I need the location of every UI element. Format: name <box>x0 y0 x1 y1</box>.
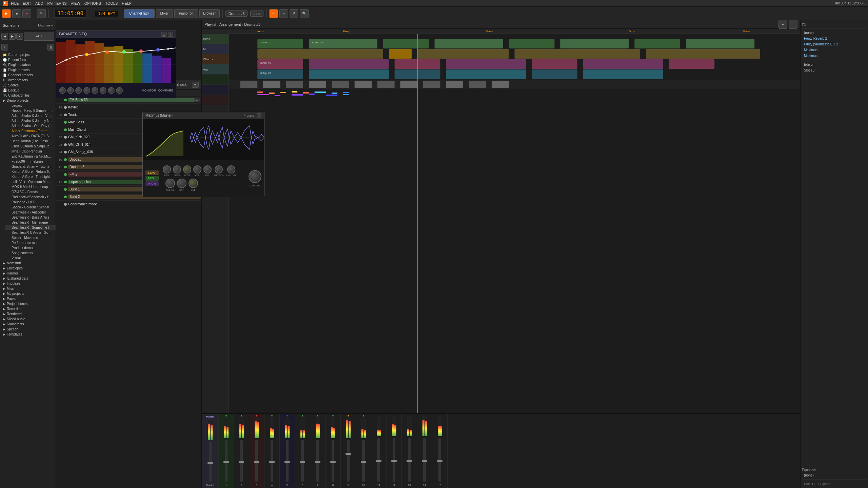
channel-led-14[interactable] <box>64 196 67 198</box>
sidebar-item-seamlessr-1[interactable]: SeamlessR - Anticoder <box>5 210 56 215</box>
maximus-header[interactable]: Maximus (Master) Presets × <box>202 112 264 119</box>
playlist-zoom-in[interactable]: + <box>778 20 787 29</box>
stop-button[interactable]: ■ <box>12 9 21 18</box>
piano-roll-button[interactable]: Piano roll <box>174 9 198 18</box>
channel-led-15[interactable] <box>64 203 67 206</box>
right-fx-slot10[interactable]: Slot 10 <box>802 67 867 73</box>
sidebar-item-demo-projects[interactable]: ▶ Demo projects <box>0 98 56 103</box>
sidebar-item-lollievox[interactable]: LollieVox - Optimum Momentum <box>5 179 56 184</box>
ch2-handle[interactable] <box>239 461 244 463</box>
mode-selector[interactable]: Line <box>250 11 263 17</box>
sidebar-item-mdk[interactable]: MDK ft Mimi Lina - Leap of Faith <box>5 184 56 189</box>
eq-knob-2[interactable] <box>67 87 74 94</box>
right-fx-eq[interactable]: Fruity parametric EQ 2 <box>802 41 867 47</box>
sidebar-item-benn-jordan[interactable]: Benn Jordan (The Flashbulb) - Cassette C… <box>5 139 56 144</box>
ch2-fader[interactable] <box>240 440 243 482</box>
menu-edit[interactable]: EDIT <box>23 1 31 5</box>
sidebar-item-envelopes[interactable]: ▶ Envelopes <box>0 266 56 271</box>
channel-name-performance[interactable]: Performance mode <box>68 202 201 206</box>
sidebar-item-plugin-presets[interactable]: 📋 Plugin presets <box>0 67 56 73</box>
right-fx-reverb[interactable]: Fruity Reverb 2 <box>802 36 867 41</box>
channel-name-fm-bass[interactable]: FM Bass 39 <box>68 98 194 102</box>
channel-led-1[interactable] <box>64 99 67 101</box>
menu-add[interactable]: ADD <box>35 1 43 5</box>
eq-close[interactable]: × <box>168 32 173 37</box>
sidebar-item-fuego[interactable]: Fuego96 - TimeLines <box>5 159 56 164</box>
output-label[interactable]: Output 1 - Output 2 <box>802 481 867 487</box>
sidebar-item-seamlessr-4[interactable]: SeamlessR - Sometime (Instrumental) <box>5 225 56 230</box>
track-label-7[interactable] <box>202 95 229 105</box>
sidebar-item-rendered[interactable]: ▶ Rendered <box>0 311 56 317</box>
eq-plugin-header[interactable]: PARAMETRIC EQ _ × <box>56 31 176 38</box>
channel-led-13[interactable] <box>64 188 67 191</box>
sidebar-item-speak[interactable]: Speak - Move me <box>5 235 56 240</box>
sidebar-item-misc[interactable]: ▶ Misc <box>0 286 56 291</box>
maximus-presets[interactable]: Presets <box>243 114 254 117</box>
channel-led-8[interactable] <box>64 151 67 154</box>
sidebar-item-new-stuff[interactable]: ▶ New stuff <box>0 261 56 266</box>
ch9-handle[interactable] <box>346 453 351 455</box>
menu-view[interactable]: VIEW <box>71 1 80 5</box>
sidebar-item-song-contests[interactable]: Song contests <box>5 250 56 256</box>
record-button[interactable]: ● <box>22 9 31 18</box>
ch12-fader[interactable] <box>393 438 395 482</box>
sidebar-item-current-project[interactable]: 📁 Current project <box>0 52 56 57</box>
sidebar-item-seamlessr-2[interactable]: SeamlessR - Bass Antics <box>5 215 56 220</box>
nav-up[interactable]: ▲ <box>16 33 23 40</box>
channel-led-12[interactable] <box>64 181 67 183</box>
eq-knob-7[interactable] <box>108 87 115 94</box>
ch3-handle[interactable] <box>254 461 259 463</box>
ch1-handle[interactable] <box>223 461 229 463</box>
sidebar-item-sliced-audio[interactable]: ▶ Sliced audio <box>0 317 56 322</box>
ch14-handle[interactable] <box>422 460 427 462</box>
sidebar-item-auraqualic[interactable]: AuraQualic - DATA (FL Studio Remix) <box>5 134 56 139</box>
ch15-fader[interactable] <box>438 438 441 482</box>
ch14-fader[interactable] <box>423 438 426 482</box>
sidebar-item-speech[interactable]: ▶ Speech <box>0 327 56 332</box>
ch8-handle[interactable] <box>330 461 336 463</box>
sidebar-item-gimbal[interactable]: Gimbal & Sinan + Tutorial - RawFl <box>5 164 56 169</box>
sidebar-item-adam-szabo-2[interactable]: Adam Szabo & Johnny Norberg - I Wanna Be <box>5 118 56 123</box>
channel-led-7[interactable] <box>64 143 67 146</box>
ch4-fader[interactable] <box>271 440 273 482</box>
menu-options[interactable]: OPTIONS <box>84 1 101 5</box>
sidebar-item-il-shared[interactable]: ▶ IL shared data <box>0 276 56 281</box>
ch7-handle[interactable] <box>315 461 320 463</box>
sidebar-item-asher-postman[interactable]: Asher Postman - Future Bass <box>5 128 56 134</box>
track-label-arp[interactable]: Arp <box>202 64 229 75</box>
ch12-handle[interactable] <box>391 460 397 462</box>
sidebar-item-chris-bultman[interactable]: Chris Bultman & Sarju Jagar - No Escape <box>5 144 56 149</box>
right-fx-none[interactable]: (none) <box>802 30 867 36</box>
select-tool[interactable]: ⊹ <box>279 9 288 18</box>
search-all[interactable]: All ▾ <box>24 32 54 41</box>
svg-point-18[interactable] <box>105 50 109 54</box>
browser-button[interactable]: Browser <box>199 9 220 18</box>
ch15-handle[interactable] <box>437 460 442 462</box>
add-folder[interactable]: + <box>1 44 8 50</box>
ch1-fader[interactable] <box>225 440 228 482</box>
nav-fwd[interactable]: ▶ <box>9 33 16 40</box>
sidebar-item-eric-kauffmann[interactable]: Eric Kauffmann & NrgMind - Exoplanet <box>5 154 56 159</box>
sidebar-item-plugin-database[interactable]: 🔌 Plugin database <box>0 62 56 67</box>
master-fader-handle[interactable] <box>208 462 213 464</box>
sidebar-item-impulses[interactable]: ▶ Impulses <box>0 281 56 286</box>
sidebar-item-templates[interactable]: ▶ Templates <box>0 332 56 337</box>
right-fx-edison[interactable]: Edison <box>802 62 867 67</box>
track-label-6[interactable] <box>202 85 229 95</box>
ch8-fader[interactable] <box>332 440 334 482</box>
ch6-fader[interactable] <box>301 440 304 482</box>
sidebar-item-kieron-1[interactable]: Kieron A Gore - Return To <box>5 169 56 174</box>
svg-point-17[interactable] <box>85 53 88 56</box>
erase-tool[interactable]: ✗ <box>290 9 298 18</box>
ch4-handle[interactable] <box>269 461 275 463</box>
sidebar-item-seamlessr-5[interactable]: SeamlessR ft Veela - Sometime (Vocal) <box>5 230 56 235</box>
knob-suction[interactable] <box>215 165 223 174</box>
master-fader[interactable] <box>209 442 212 482</box>
sidebar-item-recorded[interactable]: ▶ Recorded <box>0 306 56 311</box>
eq-knob-3[interactable] <box>75 87 82 94</box>
sidebar-item-oziaso[interactable]: OZIASO - Fausta <box>5 189 56 195</box>
ch5-handle[interactable] <box>284 461 290 463</box>
channel-rack-menu[interactable]: ≡ <box>192 82 199 88</box>
track-label-bass[interactable]: Bass <box>202 34 229 44</box>
right-fx-maximus-1[interactable]: Maximus <box>802 47 867 53</box>
